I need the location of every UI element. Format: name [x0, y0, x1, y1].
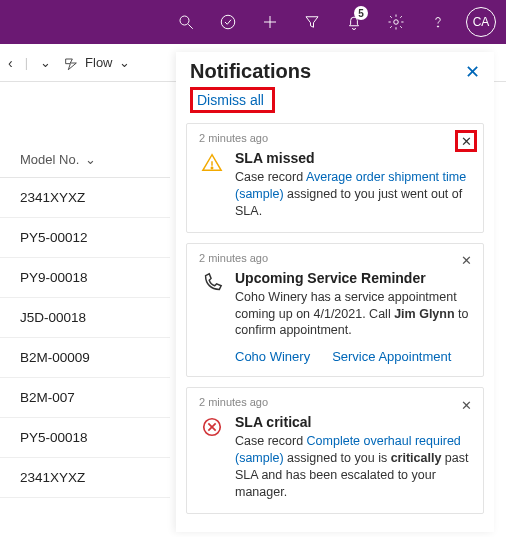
- card-dismiss-button[interactable]: ✕: [455, 130, 477, 152]
- svg-point-6: [437, 26, 438, 27]
- card-dismiss-button[interactable]: ✕: [455, 250, 477, 272]
- notification-card-service-reminder: 2 minutes ago ✕ Upcoming Service Reminde…: [186, 243, 484, 378]
- table-row[interactable]: B2M-00009: [0, 338, 170, 378]
- table-row[interactable]: PY9-00018: [0, 258, 170, 298]
- notification-card-sla-missed: 2 minutes ago ✕ SLA missed Case record A…: [186, 123, 484, 233]
- card-text: Case record Average order shipment time …: [235, 169, 471, 220]
- cmd-chevron-down[interactable]: ⌄: [40, 55, 51, 70]
- person-name: Jim Glynn: [394, 307, 454, 321]
- settings-button[interactable]: [376, 0, 416, 44]
- dismiss-all-link[interactable]: Dismiss all: [190, 87, 275, 113]
- svg-point-5: [394, 20, 399, 25]
- user-avatar[interactable]: CA: [466, 7, 496, 37]
- add-button[interactable]: [250, 0, 290, 44]
- table-row[interactable]: 2341XYXZ: [0, 178, 170, 218]
- table-row[interactable]: PY5-00012: [0, 218, 170, 258]
- flow-label: Flow: [85, 55, 112, 70]
- chevron-down-icon: ⌄: [85, 152, 96, 167]
- warning-triangle-icon: [199, 150, 225, 220]
- avatar-initials: CA: [473, 15, 490, 29]
- cmd-divider: |: [25, 55, 28, 70]
- notifications-panel: Notifications ✕ Dismiss all 2 minutes ag…: [176, 52, 494, 532]
- notifications-badge: 5: [354, 6, 368, 20]
- flow-icon: [63, 55, 79, 71]
- app-topbar: 5 CA: [0, 0, 506, 44]
- card-dismiss-button[interactable]: ✕: [455, 394, 477, 416]
- notifications-button[interactable]: 5: [334, 0, 374, 44]
- data-table: Model No. ⌄ 2341XYXZPY5-00012PY9-00018J5…: [0, 82, 170, 537]
- svg-point-2: [221, 15, 235, 29]
- plus-icon: [261, 13, 279, 31]
- notification-card-sla-critical: 2 minutes ago ✕ SLA critical Case record…: [186, 387, 484, 514]
- critical-icon: [199, 414, 225, 501]
- card-text: Coho Winery has a service appointment co…: [235, 289, 471, 340]
- action-link-account[interactable]: Coho Winery: [235, 349, 310, 364]
- table-row[interactable]: B2M-007: [0, 378, 170, 418]
- flow-menu[interactable]: Flow ⌄: [63, 55, 129, 71]
- help-button[interactable]: [418, 0, 458, 44]
- gear-icon: [387, 13, 405, 31]
- card-title: SLA critical: [235, 414, 471, 430]
- table-row[interactable]: PY5-00018: [0, 418, 170, 458]
- action-link-appointment[interactable]: Service Appointment: [332, 349, 451, 364]
- table-row[interactable]: J5D-00018: [0, 298, 170, 338]
- back-chevron[interactable]: ‹: [8, 55, 13, 71]
- task-icon: [219, 13, 237, 31]
- card-timestamp: 2 minutes ago: [199, 132, 471, 144]
- svg-point-8: [211, 167, 212, 168]
- search-button[interactable]: [166, 0, 206, 44]
- task-button[interactable]: [208, 0, 248, 44]
- help-icon: [429, 13, 447, 31]
- search-icon: [177, 13, 195, 31]
- card-timestamp: 2 minutes ago: [199, 396, 471, 408]
- card-text: Case record Complete overhaul required (…: [235, 433, 471, 501]
- phone-icon: [199, 270, 225, 340]
- chevron-down-icon: ⌄: [119, 55, 130, 70]
- filter-button[interactable]: [292, 0, 332, 44]
- column-header-label: Model No.: [20, 152, 79, 167]
- card-title: Upcoming Service Reminder: [235, 270, 471, 286]
- svg-point-0: [180, 16, 189, 25]
- card-title: SLA missed: [235, 150, 471, 166]
- column-header-model-no[interactable]: Model No. ⌄: [0, 142, 170, 178]
- svg-line-1: [188, 24, 193, 29]
- card-timestamp: 2 minutes ago: [199, 252, 471, 264]
- panel-title: Notifications: [190, 60, 311, 83]
- funnel-icon: [303, 13, 321, 31]
- table-row[interactable]: 2341XYXZ: [0, 458, 170, 498]
- panel-close-button[interactable]: ✕: [465, 61, 480, 83]
